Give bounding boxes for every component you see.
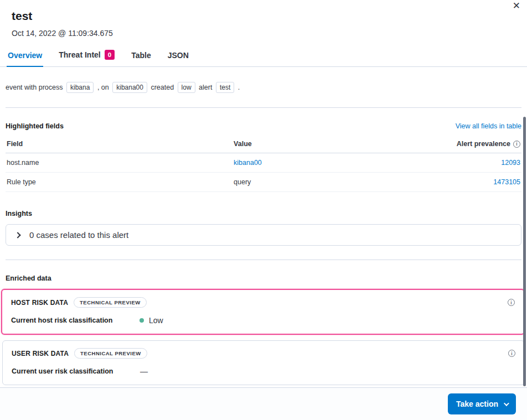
host-risk-data-panel: HOST RISK DATA TECHNICAL PREVIEW i Curre… xyxy=(1,289,525,335)
prevalence-label: Alert prevalence xyxy=(457,140,510,148)
flyout-header: test Oct 14, 2022 @ 11:09:34.675 xyxy=(0,0,527,39)
reason-text: created xyxy=(151,84,174,91)
table-row: Rule type query 1473105 xyxy=(6,173,521,192)
tab-table[interactable]: Table xyxy=(130,48,152,67)
alert-reason-text: event with process kibana , on kibana00 … xyxy=(6,81,521,94)
column-header-prevalence: Alert prevalence i xyxy=(428,136,521,153)
host-risk-heading: HOST RISK DATA xyxy=(11,299,68,307)
view-all-fields-link[interactable]: View all fields in table xyxy=(456,122,521,130)
highlighted-fields-table: Field Value Alert prevalence i host.name… xyxy=(6,136,521,192)
highlighted-fields-header: Highlighted fields View all fields in ta… xyxy=(6,122,521,130)
host-risk-value-text: Low xyxy=(149,316,163,325)
prevalence-cell-link[interactable]: 12093 xyxy=(501,159,520,167)
take-action-label: Take action xyxy=(456,400,498,408)
host-risk-panel-header: HOST RISK DATA TECHNICAL PREVIEW i xyxy=(11,297,515,308)
chevron-down-icon xyxy=(504,401,509,406)
divider xyxy=(6,260,521,260)
alert-timestamp: Oct 14, 2022 @ 11:09:34.675 xyxy=(12,28,515,39)
technical-preview-badge: TECHNICAL PREVIEW xyxy=(74,297,147,308)
reason-text: alert xyxy=(199,84,212,91)
user-risk-heading: USER RISK DATA xyxy=(12,350,69,357)
tab-overview-label: Overview xyxy=(8,51,42,60)
field-cell: host.name xyxy=(6,153,232,173)
table-row: host.name kibana00 12093 xyxy=(6,153,521,173)
host-risk-classification-row: Current host risk classification Low xyxy=(11,316,515,325)
severity-badge[interactable]: low xyxy=(178,82,195,93)
overview-tab-content: event with process kibana , on kibana00 … xyxy=(0,67,527,387)
tab-json[interactable]: JSON xyxy=(167,48,190,67)
user-risk-classification-row: Current user risk classification — xyxy=(12,367,515,376)
close-icon[interactable]: ✕ xyxy=(510,0,523,13)
insights-title: Insights xyxy=(6,210,521,217)
table-header-row: Field Value Alert prevalence i xyxy=(6,136,521,153)
page-title: test xyxy=(12,8,515,24)
column-header-field: Field xyxy=(6,136,232,153)
user-risk-label: Current user risk classification xyxy=(12,367,140,375)
rule-name-badge[interactable]: test xyxy=(216,82,234,93)
related-cases-label: 0 cases related to this alert xyxy=(29,230,128,240)
divider xyxy=(6,107,521,108)
risk-low-dot-icon xyxy=(140,318,144,323)
prevalence-cell-link[interactable]: 1473105 xyxy=(493,178,520,186)
tab-bar: Overview Threat Intel 0 Table JSON xyxy=(0,39,527,67)
reason-text: event with process xyxy=(6,84,63,91)
enriched-data-title: Enriched data xyxy=(6,274,521,282)
host-name-badge[interactable]: kibana00 xyxy=(112,82,147,93)
highlighted-fields-title: Highlighted fields xyxy=(6,122,64,130)
host-risk-value: Low xyxy=(140,316,163,325)
reason-text: . xyxy=(238,84,240,91)
threat-intel-count-badge: 0 xyxy=(105,50,115,60)
alert-details-flyout: ✕ test Oct 14, 2022 @ 11:09:34.675 Overv… xyxy=(0,0,527,420)
value-cell: query xyxy=(232,173,428,192)
value-cell-link[interactable]: kibana00 xyxy=(234,159,262,167)
flyout-footer: Take action xyxy=(0,387,527,420)
user-risk-info-icon[interactable]: i xyxy=(508,350,515,357)
tab-threat-intel[interactable]: Threat Intel 0 xyxy=(58,46,116,67)
tab-overview[interactable]: Overview xyxy=(7,48,43,67)
process-name-badge[interactable]: kibana xyxy=(66,82,94,93)
user-risk-data-panel: USER RISK DATA TECHNICAL PREVIEW i Curre… xyxy=(2,340,525,385)
technical-preview-badge: TECHNICAL PREVIEW xyxy=(74,348,147,359)
tab-table-label: Table xyxy=(131,51,151,60)
tab-threat-intel-label: Threat Intel xyxy=(59,50,100,59)
vertical-scrollbar[interactable] xyxy=(523,117,526,386)
prevalence-info-icon[interactable]: i xyxy=(513,141,520,148)
host-risk-info-icon[interactable]: i xyxy=(508,299,515,306)
reason-text: , on xyxy=(97,84,109,91)
related-cases-accordion[interactable]: 0 cases related to this alert xyxy=(6,224,521,246)
user-risk-panel-header: USER RISK DATA TECHNICAL PREVIEW i xyxy=(12,348,515,359)
host-risk-label: Current host risk classification xyxy=(11,317,140,324)
user-risk-value-text: — xyxy=(140,367,148,376)
column-header-value: Value xyxy=(232,136,428,153)
take-action-button[interactable]: Take action xyxy=(448,393,516,414)
chevron-right-icon xyxy=(14,232,20,238)
field-cell: Rule type xyxy=(6,173,232,192)
tab-json-label: JSON xyxy=(168,51,189,60)
